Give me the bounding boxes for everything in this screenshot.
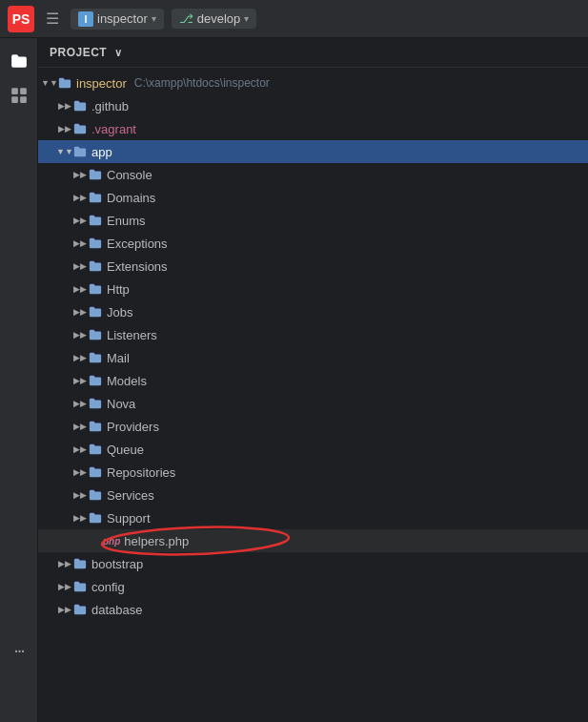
jobs-label: Jobs <box>107 305 132 320</box>
app-folder-icon <box>72 144 88 159</box>
vagrant-folder-icon <box>72 121 88 136</box>
repositories-label: Repositories <box>107 465 175 480</box>
github-label: .github <box>91 99 129 113</box>
branch-chevron: ▾ <box>244 13 249 24</box>
branch-icon: ⎇ <box>179 11 193 26</box>
tree-item-queue[interactable]: ▶ Queue <box>38 438 588 461</box>
config-folder-icon <box>72 579 88 594</box>
svg-rect-1 <box>20 88 27 94</box>
bootstrap-arrow: ▶ <box>57 556 72 571</box>
services-arrow: ▶ <box>72 487 88 503</box>
project-header-label: Project <box>50 46 107 59</box>
tree-item-vagrant[interactable]: ▶ .vagrant <box>38 117 588 140</box>
tree-item-models[interactable]: ▶ Models <box>38 369 588 392</box>
tree-item-support[interactable]: ▶ Support <box>38 506 588 529</box>
sidebar-icons: ··· <box>0 38 38 722</box>
bootstrap-folder-icon <box>72 556 88 571</box>
app-arrow: ▼ <box>57 144 72 159</box>
domains-arrow: ▶ <box>72 190 88 205</box>
tree-item-exceptions[interactable]: ▶ Exceptions <box>38 232 588 255</box>
tree-item-app[interactable]: ▼ app <box>38 140 588 163</box>
tree-item-repositories[interactable]: ▶ Repositories <box>38 461 588 484</box>
mail-arrow: ▶ <box>72 350 88 365</box>
vagrant-arrow: ▶ <box>57 121 72 136</box>
vagrant-label: .vagrant <box>91 122 136 136</box>
jobs-arrow: ▶ <box>72 304 88 320</box>
menu-icon[interactable]: ☰ <box>42 10 63 28</box>
sidebar-icon-modules[interactable] <box>4 80 34 111</box>
extensions-arrow: ▶ <box>72 258 88 274</box>
tree-item-http[interactable]: ▶ Http <box>38 278 588 300</box>
sidebar-icon-more[interactable]: ··· <box>4 634 34 665</box>
root-path: C:\xampp\htdocs\inspector <box>134 76 270 90</box>
providers-arrow: ▶ <box>72 419 88 434</box>
providers-label: Providers <box>107 420 159 434</box>
console-label: Console <box>107 168 152 182</box>
support-folder-icon <box>88 510 103 526</box>
http-label: Http <box>107 282 130 297</box>
project-icon: I <box>78 11 93 27</box>
project-selector[interactable]: I inspector ▾ <box>71 9 164 30</box>
exceptions-folder-icon <box>88 236 103 251</box>
support-label: Support <box>107 511 151 526</box>
queue-label: Queue <box>107 443 144 457</box>
database-folder-icon <box>72 602 88 617</box>
config-label: config <box>91 580 125 594</box>
sidebar-icon-folder[interactable] <box>4 46 34 76</box>
tree-item-config[interactable]: ▶ config <box>38 575 588 598</box>
tree-item-github[interactable]: ▶ .github <box>38 94 588 117</box>
file-panel: Project ∨ ▼ inspector C:\xampp\htdocs\in… <box>38 38 588 722</box>
tree-item-extensions[interactable]: ▶ Extensions <box>38 255 588 278</box>
helpers-label: helpers.php <box>124 534 189 548</box>
tree-item-helpers[interactable]: php helpers.php <box>38 529 588 552</box>
queue-arrow: ▶ <box>72 442 88 457</box>
mail-label: Mail <box>107 351 130 365</box>
project-header[interactable]: Project ∨ <box>38 38 588 68</box>
domains-folder-icon <box>88 190 103 205</box>
http-folder-icon <box>88 281 103 297</box>
models-label: Models <box>107 374 147 388</box>
console-arrow: ▶ <box>72 167 88 182</box>
tree-item-nova[interactable]: ▶ Nova <box>38 392 588 415</box>
providers-folder-icon <box>88 419 103 434</box>
project-name: inspector <box>97 11 148 26</box>
models-arrow: ▶ <box>72 373 88 388</box>
tree-item-services[interactable]: ▶ Services <box>38 484 588 506</box>
database-label: database <box>91 603 143 617</box>
bootstrap-label: bootstrap <box>91 557 143 571</box>
mail-folder-icon <box>88 350 103 365</box>
tree-item-jobs[interactable]: ▶ Jobs <box>38 300 588 323</box>
jobs-folder-icon <box>88 304 103 320</box>
svg-rect-3 <box>20 96 27 103</box>
listeners-label: Listeners <box>107 328 157 342</box>
repositories-arrow: ▶ <box>72 464 88 480</box>
queue-folder-icon <box>88 442 103 457</box>
root-arrow: ▼ <box>42 75 57 91</box>
models-folder-icon <box>88 373 103 388</box>
tree-item-bootstrap[interactable]: ▶ bootstrap <box>38 552 588 575</box>
php-file-icon: php <box>103 536 120 547</box>
exceptions-label: Exceptions <box>107 237 168 251</box>
http-arrow: ▶ <box>72 281 88 297</box>
extensions-label: Extensions <box>107 259 168 274</box>
branch-name: develop <box>197 11 241 26</box>
app-logo: PS <box>8 6 34 32</box>
tree-item-listeners[interactable]: ▶ Listeners <box>38 323 588 346</box>
branch-selector[interactable]: ⎇ develop ▾ <box>172 9 257 29</box>
exceptions-arrow: ▶ <box>72 236 88 251</box>
config-arrow: ▶ <box>57 579 72 594</box>
tree-item-mail[interactable]: ▶ Mail <box>38 346 588 369</box>
project-chevron: ▾ <box>152 13 156 24</box>
domains-label: Domains <box>107 191 155 205</box>
nova-label: Nova <box>107 397 135 411</box>
tree-item-database[interactable]: ▶ database <box>38 598 588 621</box>
tree-item-domains[interactable]: ▶ Domains <box>38 186 588 209</box>
tree-item-providers[interactable]: ▶ Providers <box>38 415 588 438</box>
tree-item-enums[interactable]: ▶ Enums <box>38 209 588 232</box>
titlebar: PS ☰ I inspector ▾ ⎇ develop ▾ <box>0 0 588 38</box>
database-arrow: ▶ <box>57 602 72 617</box>
svg-rect-0 <box>11 88 18 94</box>
tree-item-console[interactable]: ▶ Console <box>38 163 588 186</box>
services-folder-icon <box>88 487 103 503</box>
tree-root[interactable]: ▼ inspector C:\xampp\htdocs\inspector <box>38 72 588 94</box>
